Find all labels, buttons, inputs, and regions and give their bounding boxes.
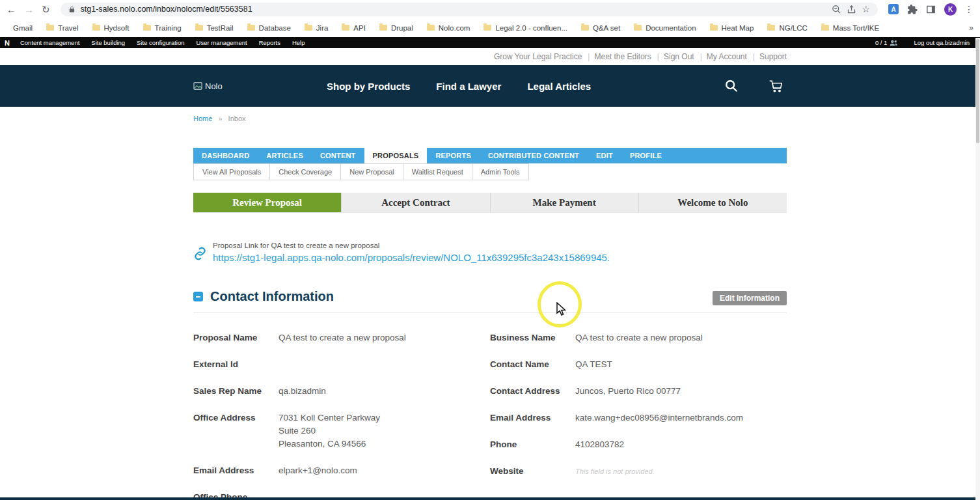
main-tab[interactable]: REPORTS (427, 148, 480, 163)
bookmark-item[interactable]: Gmail (4, 24, 41, 32)
url-text: stg1-sales.nolo.com/inbox/nolocm/edit/55… (81, 5, 252, 14)
admin-menu-item[interactable]: Site configuration (131, 37, 190, 48)
breadcrumb-home-link[interactable]: Home (193, 115, 212, 122)
site-nav-item[interactable]: Find a Lawyer (436, 81, 501, 92)
bookmark-label: Q&A set (593, 24, 620, 32)
folder-icon (46, 25, 54, 31)
proposal-link-block: Proposal Link for QA test to create a ne… (193, 242, 787, 263)
bookmark-label: Mass Tort/IKE (833, 24, 879, 32)
folder-icon (92, 25, 100, 31)
reload-icon[interactable]: ↻ (42, 5, 50, 14)
share-icon[interactable] (847, 5, 856, 14)
admin-menu-item[interactable]: Reports (253, 37, 286, 48)
folder-icon (427, 25, 435, 31)
bookmark-item[interactable]: Legal 2.0 - confluen... (478, 24, 576, 32)
field-label: Website (490, 465, 575, 478)
main-tab[interactable]: PROPOSALS (364, 148, 428, 163)
utility-link[interactable]: Support (747, 52, 787, 61)
stepper-step[interactable]: Review Proposal (193, 193, 341, 212)
breadcrumb-current: Inbox (228, 115, 246, 122)
collapse-icon[interactable] (193, 292, 203, 301)
bookmark-item[interactable]: Jira (299, 24, 337, 32)
back-icon[interactable]: ← (7, 5, 16, 14)
bookmark-item[interactable]: Q&A set (576, 24, 629, 32)
field-value: QA test to create a new proposal (279, 331, 406, 344)
field-value: QA test to create a new proposal (575, 331, 703, 344)
admin-menu-item[interactable]: Content management (14, 37, 85, 48)
site-nav-item[interactable]: Shop by Products (327, 81, 410, 92)
main-tab[interactable]: ARTICLES (258, 148, 312, 163)
utility-link[interactable]: Grow Your Legal Practice (494, 52, 582, 61)
drupal-logo[interactable]: N (0, 39, 14, 47)
field-row: Contact Name QA TEST (490, 358, 787, 371)
main-tab[interactable]: CONTRIBUTED CONTENT (480, 148, 588, 163)
profile-avatar[interactable]: K (944, 3, 957, 16)
field-row: Business Name QA test to create a new pr… (490, 331, 787, 344)
bookmark-item[interactable]: Documentation (629, 24, 704, 32)
folder-icon (342, 25, 349, 31)
main-tab[interactable]: EDIT (588, 148, 621, 163)
subnav-item[interactable]: New Proposal (340, 163, 403, 180)
bookmarks-bar: Gmail Travel Hydsoft Training TestRail D… (0, 18, 980, 37)
subnav-item[interactable]: Check Coverage (269, 163, 341, 180)
star-icon[interactable]: ☆ (862, 5, 870, 14)
browser-menu-icon[interactable]: ⋮ (964, 4, 973, 14)
search-icon[interactable] (724, 79, 739, 93)
stepper-step[interactable]: Welcome to Nolo (638, 193, 787, 212)
main-tab[interactable]: CONTENT (312, 148, 364, 163)
proposal-link-url[interactable]: https://stg1-legal.apps.qa-nolo.com/prop… (213, 252, 610, 263)
utility-link[interactable]: My Account (694, 52, 747, 61)
scrollbar[interactable] (975, 38, 980, 500)
utility-link[interactable]: Sign Out (651, 52, 694, 61)
admin-menu-item[interactable]: Site building (85, 37, 131, 48)
logout-link[interactable]: Log out qa.bizadmin (907, 39, 976, 46)
bookmark-label: Documentation (646, 24, 696, 32)
field-label: Proposal Name (193, 331, 279, 344)
subnav-item[interactable]: View All Proposals (193, 163, 270, 180)
forward-icon[interactable]: → (24, 5, 34, 14)
bookmark-item[interactable]: Drupal (374, 24, 422, 32)
contact-information-section: Contact Information Edit Information Pro… (193, 289, 787, 500)
folder-icon (581, 25, 589, 31)
folder-icon (143, 25, 151, 31)
nolo-logo[interactable]: Nolo (193, 81, 327, 91)
edit-information-button[interactable]: Edit Information (713, 291, 787, 305)
bookmark-label: TestRail (207, 24, 234, 32)
translate-extension-icon[interactable]: A (888, 4, 899, 14)
broken-image-icon (193, 82, 203, 90)
bookmark-item[interactable]: Mass Tort/IKE (816, 24, 888, 32)
main-tab[interactable]: DASHBOARD (193, 148, 258, 163)
bookmarks-overflow-chevron[interactable]: » (966, 23, 976, 33)
field-value: kate.wang+dec08956@internetbrands.com (575, 411, 743, 424)
bookmark-item[interactable]: TestRail (190, 24, 242, 32)
bookmark-item[interactable]: Hydsoft (87, 24, 138, 32)
stepper-step[interactable]: Accept Contract (341, 193, 489, 212)
sidebar-icon[interactable] (925, 4, 936, 15)
bookmark-item[interactable]: Training (138, 24, 190, 32)
admin-menu-item[interactable]: Help (286, 37, 311, 48)
link-icon (193, 247, 207, 260)
bookmark-item[interactable]: Heat Map (705, 24, 763, 32)
main-tab[interactable]: PROFILE (621, 148, 670, 163)
section-divider (193, 312, 787, 313)
field-label: Email Address (193, 464, 279, 477)
extensions-icon[interactable] (906, 4, 918, 15)
scrollbar-thumb[interactable] (976, 39, 979, 143)
field-row: Email Address elpark+1@nolo.com (193, 464, 490, 477)
site-nav-item[interactable]: Legal Articles (527, 81, 591, 92)
zoom-out-icon[interactable] (832, 5, 841, 14)
field-row: Contact Address Juncos, Puerto Rico 0077… (490, 385, 787, 398)
cart-icon[interactable] (769, 79, 783, 93)
bookmark-item[interactable]: NG/LCC (762, 24, 815, 32)
bookmark-item[interactable]: Nolo.com (422, 24, 479, 32)
subnav-item[interactable]: Waitlist Request (403, 163, 472, 180)
field-row: External Id (193, 358, 490, 371)
utility-link[interactable]: Meet the Editors (582, 52, 651, 61)
address-bar[interactable]: stg1-sales.nolo.com/inbox/nolocm/edit/55… (61, 3, 878, 16)
bookmark-item[interactable]: Database (242, 24, 299, 32)
stepper-step[interactable]: Make Payment (490, 193, 638, 212)
bookmark-item[interactable]: Travel (41, 24, 87, 32)
bookmark-item[interactable]: API (336, 24, 374, 32)
admin-menu-item[interactable]: User management (191, 37, 253, 48)
subnav-item[interactable]: Admin Tools (472, 163, 529, 180)
